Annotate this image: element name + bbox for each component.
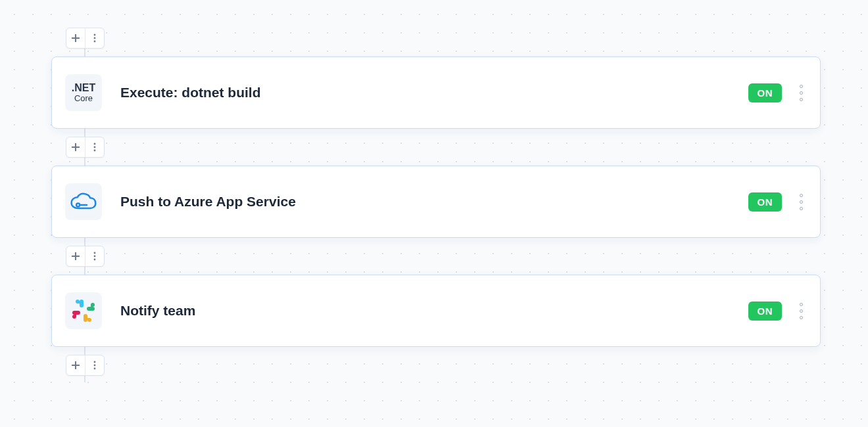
plus-icon xyxy=(71,143,80,152)
svg-point-13 xyxy=(94,252,96,254)
svg-point-3 xyxy=(94,37,96,39)
pipeline-canvas: .NET Core Execute: dotnet build ON xyxy=(0,0,868,427)
step-context-button[interactable] xyxy=(85,246,104,266)
add-step-pill xyxy=(66,28,105,49)
step-menu-button[interactable] xyxy=(796,85,806,101)
svg-point-15 xyxy=(94,259,96,261)
svg-point-22 xyxy=(94,361,96,363)
slack-icon xyxy=(70,298,97,324)
add-step-pill xyxy=(66,137,105,158)
step-title: Notify team xyxy=(120,303,748,319)
step-icon-tile: .NET Core xyxy=(65,74,102,111)
plus-icon xyxy=(71,34,80,43)
add-step-button[interactable] xyxy=(66,137,85,157)
plus-icon xyxy=(71,361,80,370)
step-icon-tile xyxy=(65,292,102,329)
svg-point-7 xyxy=(94,143,96,145)
svg-point-9 xyxy=(94,150,96,152)
dot-icon xyxy=(800,98,803,101)
dot-icon xyxy=(800,200,803,204)
add-step-pill xyxy=(66,246,105,267)
kebab-icon xyxy=(93,252,96,261)
toggle-on-badge[interactable]: ON xyxy=(748,302,783,321)
dot-icon xyxy=(800,91,803,95)
svg-rect-19 xyxy=(72,311,80,315)
step-menu-button[interactable] xyxy=(796,303,806,319)
step-icon-tile xyxy=(65,183,102,220)
step-menu-button[interactable] xyxy=(796,194,806,210)
plus-icon xyxy=(71,252,80,261)
step-title: Push to Azure App Service xyxy=(120,194,748,210)
pipeline-stack: .NET Core Execute: dotnet build ON xyxy=(51,28,821,376)
kebab-icon xyxy=(93,34,96,43)
svg-point-2 xyxy=(94,34,96,36)
svg-rect-17 xyxy=(87,307,95,311)
dot-icon xyxy=(800,309,803,313)
azure-icon xyxy=(70,192,97,212)
step-title: Execute: dotnet build xyxy=(120,85,748,101)
step-context-button[interactable] xyxy=(85,28,104,48)
svg-rect-18 xyxy=(84,314,87,322)
step-context-button[interactable] xyxy=(85,355,104,375)
add-step-button[interactable] xyxy=(66,246,85,266)
svg-rect-16 xyxy=(80,300,84,307)
svg-point-8 xyxy=(94,146,96,148)
dot-icon xyxy=(800,316,803,319)
svg-point-4 xyxy=(94,41,96,43)
dot-icon xyxy=(800,194,803,197)
step-context-button[interactable] xyxy=(85,137,104,157)
kebab-icon xyxy=(93,361,96,370)
svg-point-24 xyxy=(94,368,96,370)
add-step-pill xyxy=(66,355,105,376)
svg-point-10 xyxy=(76,204,80,207)
svg-point-23 xyxy=(94,365,96,367)
dot-icon xyxy=(800,85,803,88)
add-step-button[interactable] xyxy=(66,28,85,48)
toggle-on-badge[interactable]: ON xyxy=(748,192,783,212)
pipeline-step-card[interactable]: Push to Azure App Service ON xyxy=(51,166,821,238)
pipeline-step-card[interactable]: Notify team ON xyxy=(51,275,821,347)
toggle-on-badge[interactable]: ON xyxy=(748,83,783,102)
dot-icon xyxy=(800,303,803,306)
dot-icon xyxy=(800,207,803,210)
add-step-button[interactable] xyxy=(66,355,85,375)
pipeline-step-card[interactable]: .NET Core Execute: dotnet build ON xyxy=(51,56,821,129)
svg-point-14 xyxy=(94,256,96,258)
dotnet-core-icon: .NET Core xyxy=(72,83,95,102)
kebab-icon xyxy=(93,143,96,152)
